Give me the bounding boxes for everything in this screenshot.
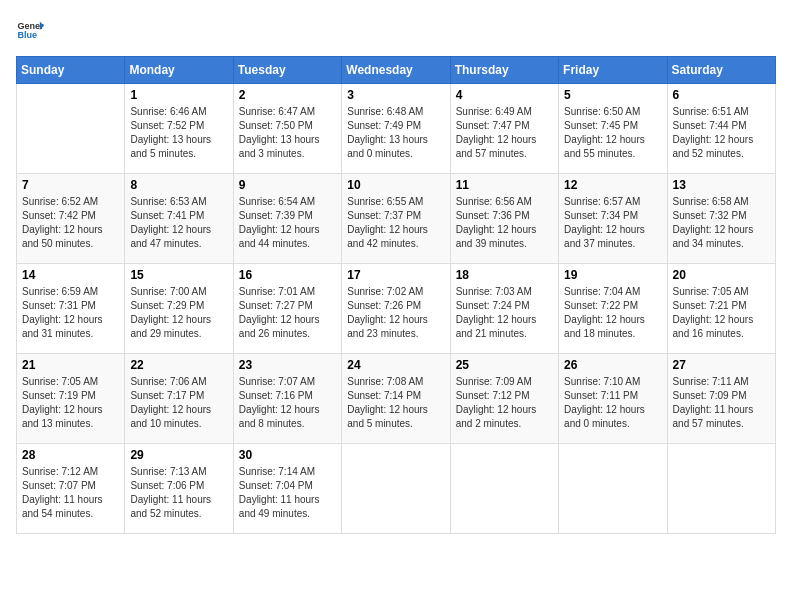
day-number: 26 (564, 358, 661, 372)
day-header-sunday: Sunday (17, 57, 125, 84)
calendar-cell: 23Sunrise: 7:07 AMSunset: 7:16 PMDayligh… (233, 354, 341, 444)
cell-info: Sunrise: 7:06 AMSunset: 7:17 PMDaylight:… (130, 375, 227, 431)
day-header-wednesday: Wednesday (342, 57, 450, 84)
calendar-week-1: 1Sunrise: 6:46 AMSunset: 7:52 PMDaylight… (17, 84, 776, 174)
calendar-cell (667, 444, 775, 534)
calendar-cell: 2Sunrise: 6:47 AMSunset: 7:50 PMDaylight… (233, 84, 341, 174)
svg-text:Blue: Blue (17, 30, 37, 40)
day-number: 12 (564, 178, 661, 192)
cell-info: Sunrise: 7:11 AMSunset: 7:09 PMDaylight:… (673, 375, 770, 431)
calendar-week-5: 28Sunrise: 7:12 AMSunset: 7:07 PMDayligh… (17, 444, 776, 534)
calendar-week-3: 14Sunrise: 6:59 AMSunset: 7:31 PMDayligh… (17, 264, 776, 354)
day-number: 23 (239, 358, 336, 372)
calendar-cell: 15Sunrise: 7:00 AMSunset: 7:29 PMDayligh… (125, 264, 233, 354)
cell-info: Sunrise: 7:05 AMSunset: 7:19 PMDaylight:… (22, 375, 119, 431)
day-number: 2 (239, 88, 336, 102)
day-number: 4 (456, 88, 553, 102)
logo-icon: General Blue (16, 16, 44, 44)
calendar-cell: 24Sunrise: 7:08 AMSunset: 7:14 PMDayligh… (342, 354, 450, 444)
day-number: 1 (130, 88, 227, 102)
day-number: 14 (22, 268, 119, 282)
cell-info: Sunrise: 7:07 AMSunset: 7:16 PMDaylight:… (239, 375, 336, 431)
cell-info: Sunrise: 6:51 AMSunset: 7:44 PMDaylight:… (673, 105, 770, 161)
day-number: 24 (347, 358, 444, 372)
day-number: 25 (456, 358, 553, 372)
cell-info: Sunrise: 6:57 AMSunset: 7:34 PMDaylight:… (564, 195, 661, 251)
calendar-cell: 17Sunrise: 7:02 AMSunset: 7:26 PMDayligh… (342, 264, 450, 354)
calendar-cell: 27Sunrise: 7:11 AMSunset: 7:09 PMDayligh… (667, 354, 775, 444)
calendar-cell: 4Sunrise: 6:49 AMSunset: 7:47 PMDaylight… (450, 84, 558, 174)
calendar-cell: 25Sunrise: 7:09 AMSunset: 7:12 PMDayligh… (450, 354, 558, 444)
day-number: 5 (564, 88, 661, 102)
day-number: 10 (347, 178, 444, 192)
cell-info: Sunrise: 7:09 AMSunset: 7:12 PMDaylight:… (456, 375, 553, 431)
calendar-cell: 13Sunrise: 6:58 AMSunset: 7:32 PMDayligh… (667, 174, 775, 264)
cell-info: Sunrise: 7:05 AMSunset: 7:21 PMDaylight:… (673, 285, 770, 341)
day-number: 16 (239, 268, 336, 282)
day-header-tuesday: Tuesday (233, 57, 341, 84)
calendar-cell: 7Sunrise: 6:52 AMSunset: 7:42 PMDaylight… (17, 174, 125, 264)
calendar-cell: 14Sunrise: 6:59 AMSunset: 7:31 PMDayligh… (17, 264, 125, 354)
calendar-cell: 10Sunrise: 6:55 AMSunset: 7:37 PMDayligh… (342, 174, 450, 264)
days-header-row: SundayMondayTuesdayWednesdayThursdayFrid… (17, 57, 776, 84)
day-number: 29 (130, 448, 227, 462)
calendar-cell: 5Sunrise: 6:50 AMSunset: 7:45 PMDaylight… (559, 84, 667, 174)
day-number: 8 (130, 178, 227, 192)
calendar-cell (559, 444, 667, 534)
day-number: 11 (456, 178, 553, 192)
day-header-thursday: Thursday (450, 57, 558, 84)
day-header-monday: Monday (125, 57, 233, 84)
calendar-week-4: 21Sunrise: 7:05 AMSunset: 7:19 PMDayligh… (17, 354, 776, 444)
cell-info: Sunrise: 6:58 AMSunset: 7:32 PMDaylight:… (673, 195, 770, 251)
day-number: 30 (239, 448, 336, 462)
cell-info: Sunrise: 6:49 AMSunset: 7:47 PMDaylight:… (456, 105, 553, 161)
calendar-cell: 12Sunrise: 6:57 AMSunset: 7:34 PMDayligh… (559, 174, 667, 264)
day-header-saturday: Saturday (667, 57, 775, 84)
cell-info: Sunrise: 7:12 AMSunset: 7:07 PMDaylight:… (22, 465, 119, 521)
calendar-cell: 26Sunrise: 7:10 AMSunset: 7:11 PMDayligh… (559, 354, 667, 444)
day-number: 7 (22, 178, 119, 192)
day-number: 3 (347, 88, 444, 102)
calendar-week-2: 7Sunrise: 6:52 AMSunset: 7:42 PMDaylight… (17, 174, 776, 264)
day-number: 9 (239, 178, 336, 192)
cell-info: Sunrise: 7:08 AMSunset: 7:14 PMDaylight:… (347, 375, 444, 431)
calendar-table: SundayMondayTuesdayWednesdayThursdayFrid… (16, 56, 776, 534)
calendar-cell: 3Sunrise: 6:48 AMSunset: 7:49 PMDaylight… (342, 84, 450, 174)
cell-info: Sunrise: 7:04 AMSunset: 7:22 PMDaylight:… (564, 285, 661, 341)
cell-info: Sunrise: 6:48 AMSunset: 7:49 PMDaylight:… (347, 105, 444, 161)
day-number: 21 (22, 358, 119, 372)
calendar-cell (342, 444, 450, 534)
cell-info: Sunrise: 6:53 AMSunset: 7:41 PMDaylight:… (130, 195, 227, 251)
calendar-cell: 20Sunrise: 7:05 AMSunset: 7:21 PMDayligh… (667, 264, 775, 354)
calendar-cell: 9Sunrise: 6:54 AMSunset: 7:39 PMDaylight… (233, 174, 341, 264)
cell-info: Sunrise: 7:03 AMSunset: 7:24 PMDaylight:… (456, 285, 553, 341)
cell-info: Sunrise: 6:59 AMSunset: 7:31 PMDaylight:… (22, 285, 119, 341)
day-number: 19 (564, 268, 661, 282)
calendar-cell: 11Sunrise: 6:56 AMSunset: 7:36 PMDayligh… (450, 174, 558, 264)
cell-info: Sunrise: 6:47 AMSunset: 7:50 PMDaylight:… (239, 105, 336, 161)
cell-info: Sunrise: 6:50 AMSunset: 7:45 PMDaylight:… (564, 105, 661, 161)
day-number: 6 (673, 88, 770, 102)
day-header-friday: Friday (559, 57, 667, 84)
cell-info: Sunrise: 7:02 AMSunset: 7:26 PMDaylight:… (347, 285, 444, 341)
cell-info: Sunrise: 7:10 AMSunset: 7:11 PMDaylight:… (564, 375, 661, 431)
cell-info: Sunrise: 6:46 AMSunset: 7:52 PMDaylight:… (130, 105, 227, 161)
calendar-cell (450, 444, 558, 534)
cell-info: Sunrise: 7:14 AMSunset: 7:04 PMDaylight:… (239, 465, 336, 521)
calendar-cell: 18Sunrise: 7:03 AMSunset: 7:24 PMDayligh… (450, 264, 558, 354)
calendar-cell: 30Sunrise: 7:14 AMSunset: 7:04 PMDayligh… (233, 444, 341, 534)
day-number: 28 (22, 448, 119, 462)
cell-info: Sunrise: 6:56 AMSunset: 7:36 PMDaylight:… (456, 195, 553, 251)
cell-info: Sunrise: 6:54 AMSunset: 7:39 PMDaylight:… (239, 195, 336, 251)
calendar-cell: 1Sunrise: 6:46 AMSunset: 7:52 PMDaylight… (125, 84, 233, 174)
cell-info: Sunrise: 7:00 AMSunset: 7:29 PMDaylight:… (130, 285, 227, 341)
day-number: 17 (347, 268, 444, 282)
day-number: 22 (130, 358, 227, 372)
logo: General Blue (16, 16, 44, 44)
calendar-cell: 16Sunrise: 7:01 AMSunset: 7:27 PMDayligh… (233, 264, 341, 354)
header: General Blue (16, 16, 776, 44)
day-number: 13 (673, 178, 770, 192)
day-number: 18 (456, 268, 553, 282)
day-number: 27 (673, 358, 770, 372)
calendar-cell: 22Sunrise: 7:06 AMSunset: 7:17 PMDayligh… (125, 354, 233, 444)
